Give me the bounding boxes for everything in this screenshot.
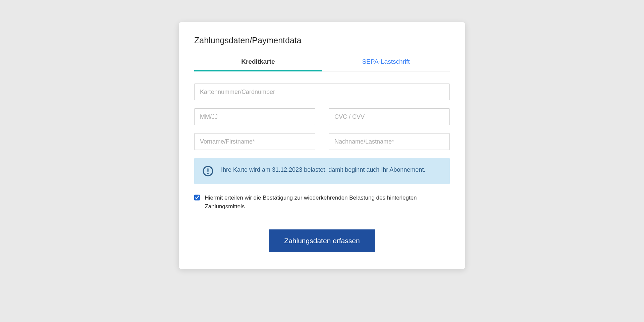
exclamation-circle-icon (202, 165, 214, 177)
expiry-input[interactable] (194, 108, 315, 125)
svg-point-2 (207, 173, 209, 174)
submit-wrap: Zahlungsdaten erfassen (194, 229, 450, 252)
tab-credit-card[interactable]: Kreditkarte (194, 55, 322, 71)
payment-method-tabs: Kreditkarte SEPA-Lastschrift (194, 55, 450, 71)
row-name (194, 133, 450, 150)
row-card-number (194, 84, 450, 100)
payment-card: Zahlungsdaten/Paymentdata Kreditkarte SE… (179, 22, 465, 269)
row-expiry-cvc (194, 108, 450, 125)
tab-sepa[interactable]: SEPA-Lastschrift (322, 55, 450, 71)
consent-row: Hiermit erteilen wir die Bestätigung zur… (194, 194, 450, 211)
firstname-input[interactable] (194, 133, 315, 150)
charge-info-text: Ihre Karte wird am 31.12.2023 belastet, … (221, 165, 425, 174)
cvc-input[interactable] (329, 108, 450, 125)
card-number-input[interactable] (194, 84, 450, 100)
submit-button[interactable]: Zahlungsdaten erfassen (269, 229, 375, 252)
charge-info-box: Ihre Karte wird am 31.12.2023 belastet, … (194, 158, 450, 184)
lastname-input[interactable] (329, 133, 450, 150)
card-title: Zahlungsdaten/Paymentdata (194, 36, 450, 45)
consent-checkbox[interactable] (194, 195, 200, 201)
svg-rect-1 (207, 168, 208, 172)
consent-label[interactable]: Hiermit erteilen wir die Bestätigung zur… (205, 194, 450, 211)
